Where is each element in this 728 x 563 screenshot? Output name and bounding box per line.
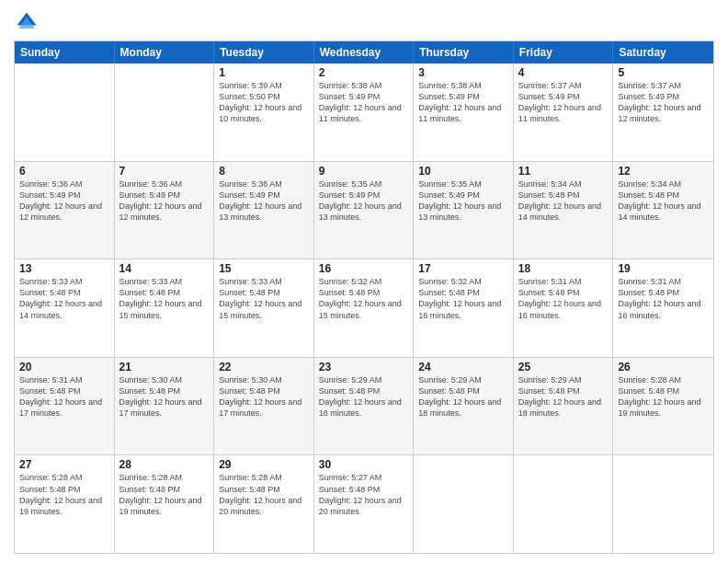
cell-info: Sunrise: 5:29 AM Sunset: 5:48 PM Dayligh… xyxy=(518,374,609,419)
day-number: 16 xyxy=(319,262,409,275)
cell-info: Sunrise: 5:36 AM Sunset: 5:49 PM Dayligh… xyxy=(19,178,109,224)
day-number: 28 xyxy=(119,458,210,471)
day-number: 23 xyxy=(319,361,409,373)
cal-header-tuesday: Tuesday xyxy=(214,41,314,63)
cal-header-monday: Monday xyxy=(115,41,215,63)
day-number: 17 xyxy=(418,262,508,275)
cal-row-3: 20Sunrise: 5:31 AM Sunset: 5:48 PM Dayli… xyxy=(15,357,713,455)
logo xyxy=(14,9,43,35)
day-number: 1 xyxy=(219,66,309,79)
cal-header-saturday: Saturday xyxy=(613,41,713,63)
day-number: 20 xyxy=(19,361,109,373)
cell-info: Sunrise: 5:28 AM Sunset: 5:48 PM Dayligh… xyxy=(618,374,709,419)
day-number: 5 xyxy=(618,66,709,79)
logo-icon xyxy=(14,9,40,35)
cal-cell-r2-c6: 19Sunrise: 5:31 AM Sunset: 5:48 PM Dayli… xyxy=(613,259,713,357)
cal-cell-r0-c4: 3Sunrise: 5:38 AM Sunset: 5:49 PM Daylig… xyxy=(414,63,514,161)
cal-cell-r0-c3: 2Sunrise: 5:38 AM Sunset: 5:49 PM Daylig… xyxy=(314,63,415,161)
cell-info: Sunrise: 5:33 AM Sunset: 5:48 PM Dayligh… xyxy=(219,276,309,321)
day-number: 22 xyxy=(219,361,309,373)
cell-info: Sunrise: 5:33 AM Sunset: 5:48 PM Dayligh… xyxy=(19,276,109,321)
cell-info: Sunrise: 5:33 AM Sunset: 5:48 PM Dayligh… xyxy=(119,276,210,321)
cell-info: Sunrise: 5:28 AM Sunset: 5:48 PM Dayligh… xyxy=(119,472,210,517)
cal-header-sunday: Sunday xyxy=(15,41,115,63)
calendar-header-row: SundayMondayTuesdayWednesdayThursdayFrid… xyxy=(15,41,713,63)
day-number: 2 xyxy=(319,66,409,79)
cal-cell-r0-c2: 1Sunrise: 5:39 AM Sunset: 5:50 PM Daylig… xyxy=(214,63,314,161)
cal-cell-r1-c3: 9Sunrise: 5:35 AM Sunset: 5:49 PM Daylig… xyxy=(314,162,415,259)
cal-cell-r4-c2: 29Sunrise: 5:28 AM Sunset: 5:48 PM Dayli… xyxy=(214,455,314,553)
day-number: 27 xyxy=(19,458,109,471)
day-number: 4 xyxy=(518,66,609,79)
cell-info: Sunrise: 5:31 AM Sunset: 5:48 PM Dayligh… xyxy=(19,374,109,419)
cell-info: Sunrise: 5:32 AM Sunset: 5:48 PM Dayligh… xyxy=(319,276,409,321)
day-number: 9 xyxy=(319,165,409,178)
cell-info: Sunrise: 5:39 AM Sunset: 5:50 PM Dayligh… xyxy=(219,80,309,125)
cal-cell-r4-c3: 30Sunrise: 5:27 AM Sunset: 5:48 PM Dayli… xyxy=(314,455,415,553)
cal-cell-r1-c5: 11Sunrise: 5:34 AM Sunset: 5:48 PM Dayli… xyxy=(514,162,614,259)
cell-info: Sunrise: 5:36 AM Sunset: 5:49 PM Dayligh… xyxy=(119,178,210,224)
day-number: 26 xyxy=(618,361,709,373)
day-number: 8 xyxy=(219,165,309,178)
cal-cell-r4-c1: 28Sunrise: 5:28 AM Sunset: 5:48 PM Dayli… xyxy=(115,455,215,553)
cell-info: Sunrise: 5:34 AM Sunset: 5:48 PM Dayligh… xyxy=(518,178,609,224)
cal-header-thursday: Thursday xyxy=(414,41,514,63)
cell-info: Sunrise: 5:31 AM Sunset: 5:48 PM Dayligh… xyxy=(518,276,609,321)
cal-cell-r2-c0: 13Sunrise: 5:33 AM Sunset: 5:48 PM Dayli… xyxy=(15,259,115,357)
cal-header-wednesday: Wednesday xyxy=(314,41,415,63)
cal-cell-r3-c5: 25Sunrise: 5:29 AM Sunset: 5:48 PM Dayli… xyxy=(514,358,614,455)
cal-cell-r2-c5: 18Sunrise: 5:31 AM Sunset: 5:48 PM Dayli… xyxy=(514,259,614,357)
cal-cell-r4-c0: 27Sunrise: 5:28 AM Sunset: 5:48 PM Dayli… xyxy=(15,455,115,553)
day-number: 7 xyxy=(119,165,210,178)
cal-cell-r1-c1: 7Sunrise: 5:36 AM Sunset: 5:49 PM Daylig… xyxy=(115,162,215,259)
header xyxy=(14,9,714,35)
cell-info: Sunrise: 5:27 AM Sunset: 5:48 PM Dayligh… xyxy=(319,472,409,517)
day-number: 29 xyxy=(219,458,309,471)
day-number: 3 xyxy=(418,66,508,79)
day-number: 6 xyxy=(19,165,109,178)
cal-cell-r2-c2: 15Sunrise: 5:33 AM Sunset: 5:48 PM Dayli… xyxy=(214,259,314,357)
cell-info: Sunrise: 5:28 AM Sunset: 5:48 PM Dayligh… xyxy=(219,472,309,517)
cal-cell-r0-c5: 4Sunrise: 5:37 AM Sunset: 5:49 PM Daylig… xyxy=(514,63,614,161)
day-number: 24 xyxy=(418,361,508,373)
cell-info: Sunrise: 5:29 AM Sunset: 5:48 PM Dayligh… xyxy=(319,374,409,419)
day-number: 11 xyxy=(518,165,609,178)
cal-cell-r2-c3: 16Sunrise: 5:32 AM Sunset: 5:48 PM Dayli… xyxy=(314,259,415,357)
cell-info: Sunrise: 5:29 AM Sunset: 5:48 PM Dayligh… xyxy=(418,374,508,419)
calendar: SundayMondayTuesdayWednesdayThursdayFrid… xyxy=(14,40,714,554)
cell-info: Sunrise: 5:36 AM Sunset: 5:49 PM Dayligh… xyxy=(219,178,309,224)
day-number: 10 xyxy=(418,165,508,178)
cal-cell-r3-c1: 21Sunrise: 5:30 AM Sunset: 5:48 PM Dayli… xyxy=(115,358,215,455)
cal-cell-r4-c6 xyxy=(613,455,713,553)
cal-cell-r1-c4: 10Sunrise: 5:35 AM Sunset: 5:49 PM Dayli… xyxy=(414,162,514,259)
cell-info: Sunrise: 5:35 AM Sunset: 5:49 PM Dayligh… xyxy=(319,178,409,224)
cal-cell-r3-c2: 22Sunrise: 5:30 AM Sunset: 5:48 PM Dayli… xyxy=(214,358,314,455)
cal-header-friday: Friday xyxy=(514,41,614,63)
cell-info: Sunrise: 5:38 AM Sunset: 5:49 PM Dayligh… xyxy=(319,80,409,125)
cell-info: Sunrise: 5:37 AM Sunset: 5:49 PM Dayligh… xyxy=(618,80,709,125)
cal-cell-r1-c0: 6Sunrise: 5:36 AM Sunset: 5:49 PM Daylig… xyxy=(15,162,115,259)
day-number: 19 xyxy=(618,262,709,275)
cell-info: Sunrise: 5:37 AM Sunset: 5:49 PM Dayligh… xyxy=(518,80,609,125)
cell-info: Sunrise: 5:28 AM Sunset: 5:48 PM Dayligh… xyxy=(19,472,109,517)
cal-cell-r3-c4: 24Sunrise: 5:29 AM Sunset: 5:48 PM Dayli… xyxy=(414,358,514,455)
cell-info: Sunrise: 5:30 AM Sunset: 5:48 PM Dayligh… xyxy=(119,374,210,419)
cell-info: Sunrise: 5:35 AM Sunset: 5:49 PM Dayligh… xyxy=(418,178,508,224)
cell-info: Sunrise: 5:31 AM Sunset: 5:48 PM Dayligh… xyxy=(618,276,709,321)
cal-cell-r0-c0 xyxy=(15,63,115,161)
page: SundayMondayTuesdayWednesdayThursdayFrid… xyxy=(0,0,728,563)
cal-cell-r3-c6: 26Sunrise: 5:28 AM Sunset: 5:48 PM Dayli… xyxy=(613,358,713,455)
cal-cell-r2-c1: 14Sunrise: 5:33 AM Sunset: 5:48 PM Dayli… xyxy=(115,259,215,357)
day-number: 12 xyxy=(618,165,709,178)
cal-cell-r4-c5 xyxy=(514,455,614,553)
cal-row-2: 13Sunrise: 5:33 AM Sunset: 5:48 PM Dayli… xyxy=(15,259,713,357)
cell-info: Sunrise: 5:30 AM Sunset: 5:48 PM Dayligh… xyxy=(219,374,309,419)
cell-info: Sunrise: 5:38 AM Sunset: 5:49 PM Dayligh… xyxy=(418,80,508,125)
cal-cell-r1-c6: 12Sunrise: 5:34 AM Sunset: 5:48 PM Dayli… xyxy=(613,162,713,259)
day-number: 14 xyxy=(119,262,210,275)
day-number: 15 xyxy=(219,262,309,275)
cal-cell-r0-c6: 5Sunrise: 5:37 AM Sunset: 5:49 PM Daylig… xyxy=(613,63,713,161)
day-number: 21 xyxy=(119,361,210,373)
cal-cell-r2-c4: 17Sunrise: 5:32 AM Sunset: 5:48 PM Dayli… xyxy=(414,259,514,357)
day-number: 13 xyxy=(19,262,109,275)
